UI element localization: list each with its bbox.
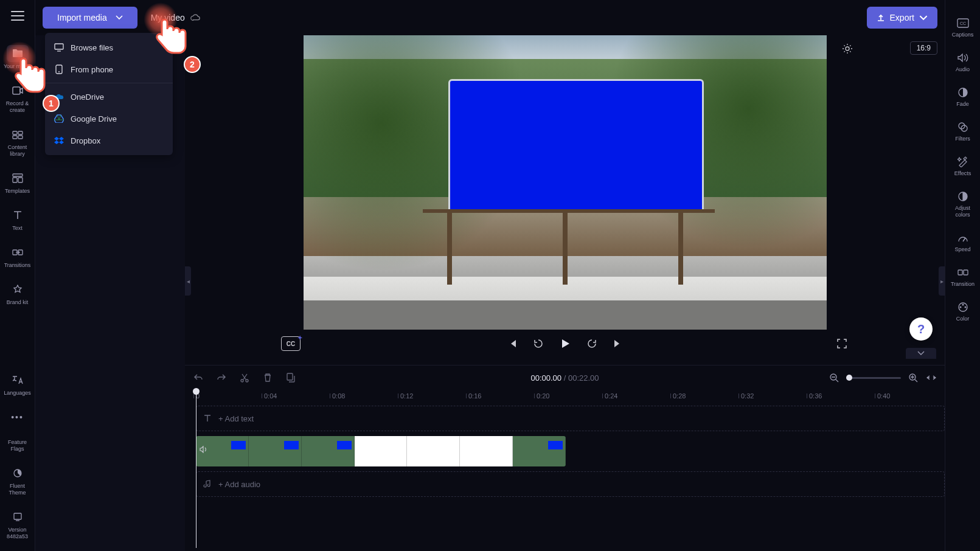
canvas-settings-button[interactable]	[840, 41, 855, 56]
split-button[interactable]	[238, 372, 251, 384]
audio-track[interactable]: + Add audio	[196, 471, 945, 497]
sidebar-item-your-media[interactable]: Your media	[2, 39, 33, 76]
project-title[interactable]: My video	[151, 13, 185, 23]
fade-icon	[956, 85, 970, 100]
svg-rect-22	[958, 270, 962, 275]
chevron-down-icon	[116, 15, 123, 20]
filters-icon	[956, 120, 970, 134]
version-icon	[7, 508, 29, 525]
svg-rect-12	[55, 44, 63, 49]
video-canvas[interactable]	[304, 35, 827, 330]
sidebar-item-brand-kit[interactable]: Brand kit	[2, 275, 33, 312]
help-button[interactable]: ?	[909, 317, 933, 341]
brand-kit-icon	[7, 281, 29, 298]
svg-rect-30	[287, 373, 293, 380]
right-item-audio[interactable]: Audio	[948, 46, 978, 78]
delete-button[interactable]	[262, 372, 274, 384]
right-item-speed[interactable]: Speed	[948, 226, 978, 258]
dropdown-item-from-phone[interactable]: From phone	[45, 58, 173, 80]
more-icon: •••	[7, 409, 29, 426]
captions-button[interactable]: CC✦	[281, 336, 301, 351]
svg-point-28	[241, 379, 243, 382]
dropdown-item-google-drive[interactable]: Google Drive	[45, 108, 173, 130]
aspect-ratio-button[interactable]: 16:9	[910, 41, 937, 55]
cloud-sync-icon	[190, 13, 201, 22]
sidebar-label: Content library	[2, 144, 33, 158]
zoom-in-button[interactable]	[907, 372, 919, 384]
right-label: Color	[956, 316, 970, 322]
hamburger-menu-icon[interactable]	[11, 11, 24, 21]
right-item-effects[interactable]: Effects	[948, 150, 978, 182]
sidebar-item-content-library[interactable]: Content library	[2, 120, 33, 164]
sidebar-item-feature-flags[interactable]: Feature Flags	[2, 433, 33, 459]
captions-icon: CC	[956, 16, 970, 30]
right-item-fade[interactable]: Fade	[948, 80, 978, 113]
sidebar-item-languages[interactable]: Languages	[2, 366, 33, 403]
ruler-tick: 0:40	[877, 392, 890, 400]
zoom-fit-button[interactable]	[925, 372, 937, 384]
right-label: Filters	[955, 136, 970, 142]
duplicate-button[interactable]	[285, 372, 297, 384]
sidebar-label: Templates	[5, 188, 30, 195]
svg-point-29	[246, 379, 248, 382]
time-current: 00:00.00	[530, 373, 561, 383]
dropdown-item-dropbox[interactable]: Dropbox	[45, 130, 173, 151]
ruler-tick: 0:12	[400, 392, 413, 400]
dropdown-label: OneDrive	[71, 92, 104, 102]
zoom-slider[interactable]	[846, 377, 901, 379]
svg-rect-23	[964, 270, 968, 275]
right-label: Captions	[952, 32, 974, 38]
svg-text:CC: CC	[959, 21, 965, 26]
ruler-tick: 0:24	[605, 392, 617, 400]
folder-icon	[7, 45, 29, 62]
sidebar-label: Text	[12, 225, 23, 232]
right-item-transition[interactable]: Transition	[948, 260, 978, 293]
right-item-filters[interactable]: Filters	[948, 115, 978, 147]
sidebar-item-more[interactable]: •••	[2, 403, 33, 433]
right-item-captions[interactable]: CC Captions	[948, 11, 978, 43]
timecode: 00:00.00 / 00:22.00	[530, 373, 599, 383]
theme-icon	[7, 465, 29, 482]
ruler-tick: 0:20	[537, 392, 549, 400]
export-button[interactable]: Export	[867, 7, 937, 29]
timeline-ruler[interactable]: 00:040:080:120:160:200:240:280:320:360:4…	[185, 390, 945, 406]
playhead[interactable]	[196, 390, 196, 548]
play-button[interactable]	[557, 335, 574, 352]
sidebar-item-transitions[interactable]: Transitions	[2, 238, 33, 275]
preview-area: 16:9 CC✦	[185, 35, 945, 358]
svg-rect-0	[13, 87, 20, 94]
phone-icon	[54, 64, 64, 75]
sidebar-item-fluent-theme[interactable]: Fluent Theme	[2, 459, 33, 502]
dropdown-item-browse-files[interactable]: Browse files	[45, 36, 173, 58]
svg-rect-5	[13, 174, 23, 176]
undo-button[interactable]	[192, 372, 204, 384]
dropdown-item-onedrive[interactable]: OneDrive	[45, 86, 173, 108]
import-media-button[interactable]: Import media	[43, 7, 137, 29]
collapse-down-button[interactable]	[906, 348, 936, 359]
panel-collapse-left[interactable]: ◂	[185, 266, 191, 296]
sidebar-item-version[interactable]: Version 8482a53	[2, 502, 33, 546]
rewind-button[interactable]	[531, 336, 546, 351]
svg-rect-11	[14, 513, 21, 519]
timeline-toolbar: 00:00.00 / 00:22.00	[185, 366, 945, 390]
dropdown-label: Dropbox	[71, 136, 100, 145]
text-track[interactable]: + Add text	[196, 406, 945, 431]
audio-track-icon	[203, 479, 212, 489]
video-clip[interactable]	[196, 436, 566, 466]
right-item-adjust-colors[interactable]: Adjust colors	[948, 184, 978, 223]
forward-button[interactable]	[585, 336, 599, 351]
panel-collapse-right[interactable]: ▸	[939, 266, 945, 296]
video-track[interactable]	[196, 436, 945, 466]
svg-point-27	[959, 307, 961, 308]
add-audio-label: + Add audio	[218, 480, 260, 489]
fullscreen-button[interactable]	[835, 337, 849, 350]
right-item-color[interactable]: Color	[948, 295, 978, 327]
skip-forward-button[interactable]	[610, 336, 625, 351]
effects-icon	[956, 154, 970, 169]
redo-button[interactable]	[215, 372, 228, 384]
zoom-out-button[interactable]	[828, 372, 840, 384]
skip-back-button[interactable]	[506, 336, 520, 351]
sidebar-item-templates[interactable]: Templates	[2, 164, 33, 201]
sidebar-item-text[interactable]: Text	[2, 201, 33, 238]
sidebar-item-record-create[interactable]: Record & create	[2, 76, 33, 120]
